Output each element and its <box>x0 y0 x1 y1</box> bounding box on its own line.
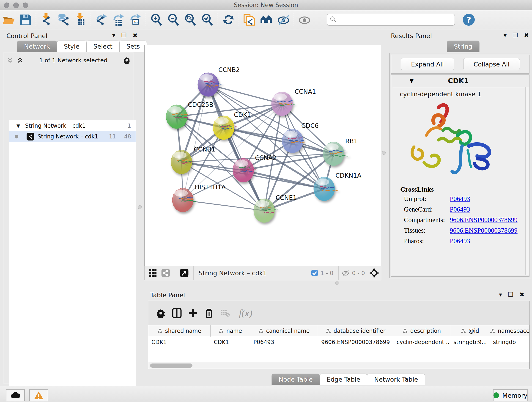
column-header-shared-name[interactable]: shared name <box>148 325 210 337</box>
selected-checkbox-icon[interactable] <box>311 269 318 277</box>
tab-string[interactable]: String <box>447 41 480 52</box>
column-header-canonical-name[interactable]: canonical name <box>250 325 318 337</box>
tab-sets[interactable]: Sets <box>119 41 147 52</box>
left-splitter-handle[interactable] <box>138 205 142 209</box>
network-collection-row[interactable]: ▼ String Network – cdk1 1 <box>9 120 136 131</box>
close-panel-icon[interactable]: ✖ <box>524 32 529 38</box>
window-title: Session: New Session <box>0 0 532 10</box>
create-column-icon[interactable] <box>185 305 201 321</box>
node-RB1[interactable] <box>323 142 349 166</box>
tab-network[interactable]: Network <box>17 41 57 52</box>
duplicate-network-icon[interactable] <box>241 12 258 27</box>
refresh-icon[interactable] <box>220 12 237 27</box>
grid-view-icon[interactable] <box>146 265 159 281</box>
column-header-description[interactable]: description <box>393 325 450 337</box>
zoom-fit-icon[interactable] <box>182 12 199 27</box>
string-network-graph[interactable]: CCNB2 CCNA1 CDC25B CDK1 CDC6 RB1 <box>145 45 381 266</box>
zoom-out-icon[interactable] <box>165 12 182 27</box>
hidden-eye-slash-icon <box>341 269 350 277</box>
network-canvas[interactable]: CCNB2 CCNA1 CDC25B CDK1 CDC6 RB1 <box>144 45 381 266</box>
zoom-in-icon[interactable] <box>148 12 165 27</box>
column-header-namespace[interactable]: namespace <box>490 325 530 337</box>
cloud-status-button[interactable] <box>6 389 25 401</box>
float-window-icon[interactable]: ❒ <box>121 32 127 38</box>
column-type-icon <box>403 328 408 333</box>
node-CCNB2[interactable] <box>198 73 222 96</box>
node-label-HIST1H1A: HIST1H1A <box>195 184 226 191</box>
warning-icon <box>34 391 44 400</box>
node-CDK1[interactable] <box>213 116 236 140</box>
table-gear-icon[interactable] <box>153 305 169 321</box>
warning-status-button[interactable] <box>29 389 48 401</box>
table-row[interactable]: CDK1CDK1P064939606.ENSP00000378699cyclin… <box>148 337 530 347</box>
tab-style[interactable]: Style <box>57 41 87 52</box>
column-type-icon <box>490 328 495 333</box>
node-CCNA1[interactable] <box>272 92 295 116</box>
fit-selected-crosshair-icon[interactable] <box>367 265 381 281</box>
crosslink-link[interactable]: P06493 <box>450 195 470 203</box>
node-CCNA2[interactable] <box>233 158 256 182</box>
collection-count: 1 <box>128 123 131 129</box>
column-header-@id[interactable]: @id <box>450 325 490 337</box>
export-image-icon[interactable] <box>127 12 144 27</box>
node-label-CCNA1: CCNA1 <box>295 88 316 95</box>
float-menu-icon[interactable]: ▾ <box>112 32 115 38</box>
delete-column-icon[interactable] <box>201 305 217 321</box>
open-session-icon[interactable] <box>0 12 17 27</box>
memory-label: Memory <box>502 392 527 399</box>
save-session-icon[interactable] <box>17 12 34 27</box>
import-network-database-icon[interactable] <box>55 12 72 27</box>
node-CDKN1A[interactable] <box>314 177 338 201</box>
float-menu-icon[interactable]: ▾ <box>504 32 507 38</box>
crosslink-link[interactable]: P06493 <box>450 206 470 213</box>
float-window-icon[interactable]: ❒ <box>508 292 513 298</box>
houses-icon[interactable] <box>258 12 275 27</box>
export-network-icon[interactable] <box>93 12 110 27</box>
import-table-file-icon[interactable] <box>72 12 89 27</box>
eye-slash-icon[interactable] <box>275 12 292 27</box>
column-header-label: canonical name <box>266 328 310 334</box>
expand-all-icon[interactable] <box>16 56 24 64</box>
collapse-all-button[interactable]: Collapse All <box>463 58 520 70</box>
node-HIST1H1A[interactable] <box>172 188 196 212</box>
help-button[interactable]: ? <box>463 14 475 26</box>
gear-icon[interactable] <box>123 56 131 64</box>
hidden-count: 0 - 0 <box>352 270 365 276</box>
table-hscrollbar-thumb[interactable] <box>150 364 192 368</box>
zoom-selected-icon[interactable] <box>199 12 216 27</box>
protein-expander-icon[interactable]: ▼ <box>410 78 413 84</box>
birdseye-view-icon[interactable] <box>178 265 191 281</box>
right-splitter-handle[interactable] <box>382 151 386 155</box>
tree-expander-icon[interactable]: ▼ <box>17 123 20 128</box>
collapse-all-icon[interactable] <box>6 56 14 64</box>
column-header-database-identifier[interactable]: database identifier <box>318 325 393 337</box>
tab-edge-table[interactable]: Edge Table <box>320 374 367 385</box>
table-hscrollbar[interactable] <box>148 362 530 369</box>
node-CDC6[interactable] <box>282 129 304 153</box>
application-window: Session: New Session ? Control Panel ▾ ❒… <box>0 0 532 402</box>
tab-network-table[interactable]: Network Table <box>367 374 425 385</box>
network-share-icon[interactable] <box>159 265 172 281</box>
crosslink-link[interactable]: 9606.ENSP00000378699 <box>450 216 518 224</box>
crosslink-link[interactable]: 9606.ENSP00000378699 <box>450 227 518 234</box>
close-panel-icon[interactable]: ✖ <box>519 292 524 298</box>
network-row-selected[interactable]: String Network – cdk1 11 48 <box>9 131 136 142</box>
crosslink-label: Pharos: <box>404 237 450 245</box>
crosslink-link[interactable]: P06493 <box>450 237 470 245</box>
node-CCNB1[interactable] <box>171 150 193 174</box>
column-header-name[interactable]: name <box>210 325 250 337</box>
float-menu-icon[interactable]: ▾ <box>499 292 502 298</box>
close-panel-icon[interactable]: ✖ <box>133 32 138 38</box>
search-input[interactable] <box>327 14 455 26</box>
control-panel-title: Control Panel <box>6 32 47 39</box>
tab-node-table[interactable]: Node Table <box>272 374 320 385</box>
results-scrollbar[interactable] <box>525 87 529 274</box>
node-table[interactable]: shared name name canonical name database… <box>148 325 530 362</box>
float-window-icon[interactable]: ❒ <box>513 32 518 38</box>
show-columns-icon[interactable] <box>169 305 185 321</box>
tab-select[interactable]: Select <box>86 41 120 52</box>
memory-button[interactable]: Memory <box>493 389 528 401</box>
export-table-icon[interactable] <box>110 12 127 27</box>
expand-all-button[interactable]: Expand All <box>401 58 454 70</box>
import-network-file-icon[interactable] <box>38 12 55 27</box>
